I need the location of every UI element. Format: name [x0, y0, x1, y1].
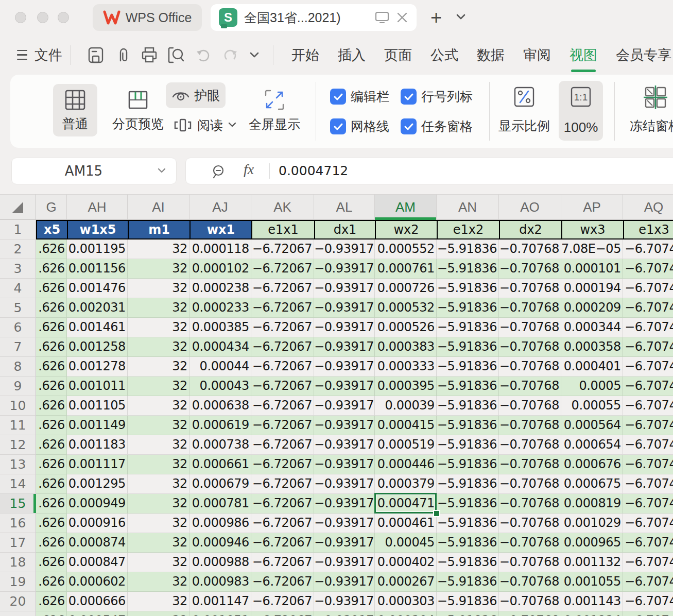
- close-tab-icon[interactable]: [396, 11, 408, 24]
- cell-G6[interactable]: .626: [36, 318, 67, 337]
- cell-AH3[interactable]: 0.001156: [67, 259, 128, 279]
- cell-AK16[interactable]: −6.72067: [251, 514, 314, 533]
- cell-AL4[interactable]: −0.93917: [314, 279, 375, 298]
- cell-AO10[interactable]: −0.70768: [499, 396, 561, 416]
- cell-AJ20[interactable]: 0.001147: [189, 592, 251, 611]
- toolbar-more-chevron-icon[interactable]: [248, 35, 261, 75]
- cell-AO4[interactable]: −0.70768: [499, 279, 561, 298]
- file-menu[interactable]: 文件: [17, 35, 62, 75]
- monitor-icon[interactable]: [375, 11, 389, 24]
- cell-AI16[interactable]: 32: [128, 514, 189, 533]
- cell-AI2[interactable]: 32: [128, 239, 189, 259]
- cell-AJ17[interactable]: 0.000946: [189, 533, 251, 553]
- tab-list-chevron-icon[interactable]: [455, 13, 467, 21]
- cell-AL19[interactable]: −0.93917: [314, 572, 375, 592]
- cell-AM11[interactable]: 0.000415: [375, 416, 437, 435]
- header-cell-w1x5[interactable]: w1x5: [67, 220, 128, 239]
- cell-AQ14[interactable]: −6.7074: [623, 474, 673, 494]
- cell-AI9[interactable]: 32: [128, 377, 189, 396]
- row-header-1[interactable]: 1: [0, 220, 36, 239]
- row-header-21[interactable]: 21: [0, 611, 36, 616]
- cell-AH13[interactable]: 0.001117: [67, 455, 128, 474]
- cell-AQ8[interactable]: −6.7074: [623, 357, 673, 377]
- cell-AJ11[interactable]: 0.000619: [189, 416, 251, 435]
- cell-AM18[interactable]: 0.000402: [375, 553, 437, 572]
- cell-AM14[interactable]: 0.000379: [375, 474, 437, 494]
- cell-AJ9[interactable]: 0.00043: [189, 377, 251, 396]
- page-break-preview-button[interactable]: 分页预览: [102, 84, 174, 136]
- cell-AN8[interactable]: −5.91836: [437, 357, 499, 377]
- cell-AI13[interactable]: 32: [128, 455, 189, 474]
- header-cell-dx2[interactable]: dx2: [499, 220, 561, 239]
- column-header-AL[interactable]: AL: [314, 194, 375, 220]
- reading-mode-button[interactable]: 阅读: [173, 112, 237, 138]
- cell-AO16[interactable]: −0.70768: [499, 514, 561, 533]
- cell-AQ3[interactable]: −6.7074: [623, 259, 673, 279]
- header-cell-wx3[interactable]: wx3: [561, 220, 623, 239]
- cell-AM3[interactable]: 0.000761: [375, 259, 437, 279]
- cell-AQ5[interactable]: −6.7074: [623, 298, 673, 318]
- cell-AM12[interactable]: 0.000519: [375, 435, 437, 455]
- cell-AJ21[interactable]: 0.001051: [189, 611, 251, 616]
- cell-G3[interactable]: .626: [36, 259, 67, 279]
- cell-AI7[interactable]: 32: [128, 337, 189, 357]
- cell-AP6[interactable]: 0.000344: [561, 318, 623, 337]
- cell-G11[interactable]: .626: [36, 416, 67, 435]
- cell-AQ12[interactable]: −6.7074: [623, 435, 673, 455]
- undo-button[interactable]: [195, 35, 212, 75]
- cell-AN21[interactable]: −5.91836: [437, 611, 499, 616]
- cell-AK4[interactable]: −6.72067: [251, 279, 314, 298]
- cell-AO19[interactable]: −0.70768: [499, 572, 561, 592]
- row-header-8[interactable]: 8: [0, 357, 36, 377]
- zoom-ratio-button[interactable]: 显示比例: [496, 82, 553, 140]
- cell-AL8[interactable]: −0.93917: [314, 357, 375, 377]
- cell-AQ11[interactable]: −6.7074: [623, 416, 673, 435]
- cell-AH7[interactable]: 0.001258: [67, 337, 128, 357]
- cell-AO20[interactable]: −0.70768: [499, 592, 561, 611]
- formula-bar[interactable]: fx 0.0004712: [185, 158, 673, 184]
- cell-G8[interactable]: .626: [36, 357, 67, 377]
- cell-G9[interactable]: .626: [36, 377, 67, 396]
- header-cell-e1x1[interactable]: e1x1: [251, 220, 314, 239]
- cell-AL3[interactable]: −0.93917: [314, 259, 375, 279]
- cell-AH16[interactable]: 0.000916: [67, 514, 128, 533]
- cell-AM20[interactable]: 0.000303: [375, 592, 437, 611]
- ribbon-tab-视图[interactable]: 视图: [570, 46, 597, 64]
- cell-AQ7[interactable]: −6.7074: [623, 337, 673, 357]
- cell-AL2[interactable]: −0.93917: [314, 239, 375, 259]
- cell-AM9[interactable]: 0.000395: [375, 377, 437, 396]
- print-button[interactable]: [140, 35, 159, 75]
- cell-AM19[interactable]: 0.000267: [375, 572, 437, 592]
- row-header-14[interactable]: 14: [0, 474, 36, 494]
- cell-AP11[interactable]: 0.000564: [561, 416, 623, 435]
- cell-G18[interactable]: .626: [36, 553, 67, 572]
- cell-AN9[interactable]: −5.91836: [437, 377, 499, 396]
- cell-AP19[interactable]: 0.001055: [561, 572, 623, 592]
- row-header-12[interactable]: 12: [0, 435, 36, 455]
- cell-AI6[interactable]: 32: [128, 318, 189, 337]
- cell-AN17[interactable]: −5.91836: [437, 533, 499, 553]
- cell-AJ18[interactable]: 0.000988: [189, 553, 251, 572]
- column-header-AH[interactable]: AH: [67, 194, 128, 220]
- cell-AH20[interactable]: 0.000666: [67, 592, 128, 611]
- cell-AJ13[interactable]: 0.000661: [189, 455, 251, 474]
- cell-AP8[interactable]: 0.000401: [561, 357, 623, 377]
- cell-AN15[interactable]: −5.91836: [437, 494, 499, 514]
- cell-AP15[interactable]: 0.000819: [561, 494, 623, 514]
- cell-AL6[interactable]: −0.93917: [314, 318, 375, 337]
- cell-AI18[interactable]: 32: [128, 553, 189, 572]
- cell-AN20[interactable]: −5.91836: [437, 592, 499, 611]
- cell-AL11[interactable]: −0.93917: [314, 416, 375, 435]
- cell-AK9[interactable]: −6.72067: [251, 377, 314, 396]
- cell-AQ19[interactable]: −6.7074: [623, 572, 673, 592]
- cell-AJ14[interactable]: 0.000679: [189, 474, 251, 494]
- column-header-AJ[interactable]: AJ: [189, 194, 251, 220]
- cell-G19[interactable]: .626: [36, 572, 67, 592]
- ribbon-tab-会员专享[interactable]: 会员专享: [616, 46, 671, 64]
- cell-AJ8[interactable]: 0.00044: [189, 357, 251, 377]
- cell-AQ18[interactable]: −6.7074: [623, 553, 673, 572]
- header-cell-x5[interactable]: x5: [36, 220, 67, 239]
- name-box-chevron-icon[interactable]: [157, 167, 167, 175]
- traffic-light-minimize[interactable]: [37, 12, 48, 23]
- cell-AK19[interactable]: −6.72067: [251, 572, 314, 592]
